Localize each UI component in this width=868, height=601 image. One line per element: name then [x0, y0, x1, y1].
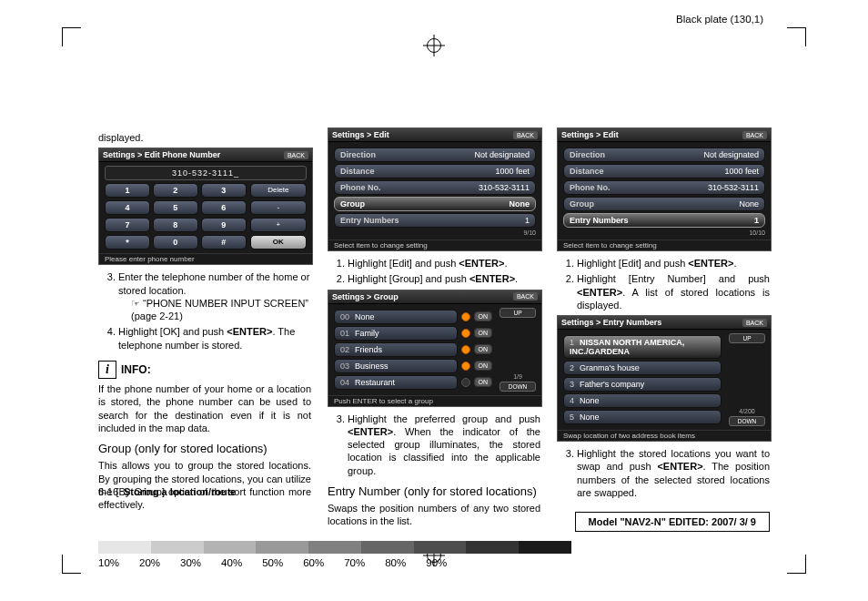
key-2[interactable]: 2: [153, 183, 198, 198]
column-3: Settings > Edit BACK DirectionNot design…: [557, 127, 770, 532]
entry-body: Swaps the position numbers of any two st…: [328, 502, 540, 528]
info-body: If the phone number of your home or a lo…: [98, 382, 311, 434]
entry-item-5[interactable]: 5None: [563, 410, 722, 424]
indicator-icon: [461, 378, 470, 387]
column-1: displayed. Settings > Edit Phone Number …: [98, 127, 311, 532]
hint-text: Push ENTER to select a group: [328, 395, 541, 406]
back-button[interactable]: BACK: [513, 131, 538, 139]
field-distance[interactable]: Distance1000 feet: [563, 164, 765, 178]
delete-button[interactable]: Delete: [250, 183, 307, 198]
screenshot-settings-edit-entry: Settings > Edit BACK DirectionNot design…: [557, 127, 772, 251]
key-1[interactable]: 1: [105, 183, 150, 198]
on-toggle[interactable]: ON: [474, 344, 493, 354]
group-list: 00NoneON 01FamilyON 02FriendsON 03Busine…: [334, 308, 492, 392]
back-button[interactable]: BACK: [284, 151, 308, 159]
up-button[interactable]: UP: [500, 308, 536, 318]
key-0[interactable]: 0: [153, 235, 198, 250]
back-button[interactable]: BACK: [742, 131, 767, 139]
field-phone[interactable]: Phone No.310-532-3111: [563, 180, 765, 195]
count: 9/10: [334, 229, 536, 236]
phone-number-display: 310-532-3111_: [105, 166, 307, 180]
breadcrumb: Settings > Group: [332, 292, 399, 301]
step-2: Highlight [Entry Number] and push <ENTER…: [577, 272, 770, 311]
plate-label: Black plate (130,1): [676, 14, 763, 25]
key-6[interactable]: 6: [201, 200, 247, 215]
hint-text: Select item to change setting: [558, 239, 771, 250]
on-toggle[interactable]: ON: [474, 377, 493, 387]
entry-list: 1NISSAN NORTH AMERICA, INC./GARDENA 2Gra…: [563, 333, 722, 426]
screenshot-settings-edit-group: Settings > Edit BACK DirectionNot design…: [328, 127, 542, 251]
reference-text: “PHONE NUMBER INPUT SCREEN” (page 2-21): [131, 298, 308, 321]
key-4[interactable]: 4: [105, 200, 150, 215]
registration-mark-top: [423, 35, 445, 56]
group-body: This allows you to group the stored loca…: [98, 459, 311, 511]
group-item-03[interactable]: 03Business: [334, 359, 458, 373]
field-entry-numbers[interactable]: Entry Numbers1: [334, 213, 536, 228]
page: Black plate (130,1) displayed. Settings …: [0, 0, 868, 601]
color-bar: [98, 541, 571, 554]
hand-icon: ☞: [131, 298, 140, 309]
field-group[interactable]: GroupNone: [563, 197, 765, 211]
keypad: 1 2 3 4 5 6 7 8: [105, 183, 247, 250]
back-button[interactable]: BACK: [513, 292, 538, 300]
crop-mark-tr: [787, 27, 806, 46]
column-2: Settings > Edit BACK DirectionNot design…: [328, 127, 540, 532]
entry-item-1[interactable]: 1NISSAN NORTH AMERICA, INC./GARDENA: [563, 335, 722, 359]
key-star[interactable]: *: [105, 235, 150, 250]
key-5[interactable]: 5: [153, 200, 198, 215]
hint-text: Please enter phone number: [99, 253, 312, 264]
step-1: Highlight [Edit] and push <ENTER>.: [348, 257, 540, 270]
field-phone[interactable]: Phone No.310-532-3111: [334, 180, 536, 195]
minus-button[interactable]: -: [250, 200, 307, 215]
field-list: DirectionNot designated Distance1000 fee…: [334, 146, 536, 236]
breadcrumb: Settings > Edit: [332, 130, 389, 139]
group-item-02[interactable]: 02Friends: [334, 342, 458, 357]
info-label: INFO:: [121, 363, 151, 376]
footer: 6-16 Storing a location/route: [98, 486, 770, 497]
up-button[interactable]: UP: [729, 333, 765, 343]
key-hash[interactable]: #: [201, 235, 247, 250]
crop-mark-br: [787, 555, 806, 574]
field-direction[interactable]: DirectionNot designated: [334, 148, 536, 162]
group-item-00[interactable]: 00None: [334, 310, 458, 324]
indicator-icon: [461, 345, 470, 354]
key-8[interactable]: 8: [153, 218, 198, 232]
hint-text: Swap location of two address book items: [558, 430, 771, 441]
text-displayed: displayed.: [98, 131, 311, 144]
indicator-icon: [461, 362, 470, 371]
back-button[interactable]: BACK: [742, 319, 767, 327]
step-3: Enter the telephone number of the home o…: [118, 270, 311, 322]
on-toggle[interactable]: ON: [474, 311, 493, 321]
step-3: Highlight the preferred group and push <…: [348, 413, 540, 477]
breadcrumb: Settings > Edit: [561, 130, 619, 139]
count: 10/10: [563, 229, 765, 236]
down-button[interactable]: DOWN: [729, 416, 765, 426]
field-entry-numbers[interactable]: Entry Numbers1: [563, 213, 765, 228]
breadcrumb: Settings > Edit Phone Number: [103, 150, 220, 159]
on-toggle[interactable]: ON: [474, 361, 493, 371]
info-icon: i: [98, 361, 116, 379]
key-9[interactable]: 9: [201, 218, 247, 232]
section-title: Storing a location/route: [124, 486, 236, 497]
ok-button[interactable]: OK: [250, 235, 307, 250]
key-7[interactable]: 7: [105, 218, 150, 232]
down-button[interactable]: DOWN: [500, 382, 536, 392]
screenshot-edit-phone: Settings > Edit Phone Number BACK 310-53…: [98, 148, 313, 265]
group-item-01[interactable]: 01Family: [334, 326, 458, 341]
plus-button[interactable]: +: [250, 218, 307, 232]
hint-text: Select item to change setting: [328, 239, 541, 250]
entry-item-2[interactable]: 2Granma's house: [563, 361, 722, 375]
group-item-04[interactable]: 04Restaurant: [334, 375, 458, 390]
key-3[interactable]: 3: [201, 183, 247, 198]
crop-mark-tl: [62, 27, 81, 46]
entry-item-3[interactable]: 3Father's company: [563, 377, 722, 392]
field-distance[interactable]: Distance1000 feet: [334, 164, 536, 178]
on-toggle[interactable]: ON: [474, 328, 493, 338]
screenshot-entry-numbers: Settings > Entry Numbers BACK 1NISSAN NO…: [557, 315, 772, 442]
entry-item-4[interactable]: 4None: [563, 393, 722, 408]
field-group[interactable]: GroupNone: [334, 197, 536, 211]
page-number: 6-16: [98, 486, 118, 497]
count: 1/9: [500, 373, 536, 380]
crop-mark-bl: [62, 555, 81, 574]
field-direction[interactable]: DirectionNot designated: [563, 148, 765, 162]
